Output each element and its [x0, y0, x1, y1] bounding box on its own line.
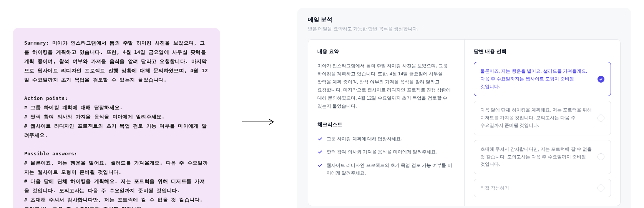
panel-title: 메일 분석 [308, 16, 621, 23]
answers-column: 답변 내용 선택 물론이죠, 저는 행운을 빌어요. 샐러드를 가져올게요. 다… [465, 40, 621, 206]
radio-unchecked-icon [598, 115, 604, 121]
checklist-text-2: 웹사이트 리디자인 프로젝트의 초기 목업 검토 가능 여부를 미아에게 알려주… [327, 161, 455, 177]
analysis-panel: 메일 분석 받은 메일을 요약하고 가능한 답변 목록을 생성합니다. 내용 요… [297, 8, 631, 208]
custom-write-option[interactable]: 직접 작성하기 [474, 179, 611, 197]
checklist-text-0: 그룹 하이킹 계획에 대해 답장하세요. [327, 135, 402, 143]
radio-unchecked-icon [598, 185, 604, 191]
summary-column: 내용 요약 미아가 인스타그램에서 톰의 주말 하이킹 사진을 보았으며, 그룹… [308, 40, 465, 206]
answers-label: Possible answers: [24, 151, 77, 156]
action-item-2: # 웹사이트 리디자인 프로젝트의 초기 목업 검토 가능 여부를 미아에게 알… [24, 123, 207, 138]
answer-option-2[interactable]: 초대해 주셔서 감사합니다만, 저는 포트럭에 갈 수 없을 것 같습니다. 모… [474, 140, 611, 174]
radio-checked-icon [598, 76, 604, 83]
action-item-1: # 팟럭 참여 의사와 가져올 음식을 미아에게 알려주세요. [24, 114, 165, 120]
answers-section-title: 답변 내용 선택 [474, 48, 611, 55]
action-label: Action points: [24, 95, 68, 101]
action-item-0: # 그룹 하이킹 계획에 대해 답장하세요. [24, 105, 123, 110]
answer-raw-1: # 다음 달에 단체 하이킹을 계획해요. 저는 포트럭을 위해 디저트를 가져… [24, 178, 205, 193]
check-icon [317, 163, 323, 168]
panel-subtitle: 받은 메일을 요약하고 가능한 답변 목록을 생성합니다. [308, 26, 621, 32]
analysis-card: 내용 요약 미아가 인스타그램에서 톰의 주말 하이킹 사진을 보았으며, 그룹… [308, 39, 621, 206]
checklist-text-1: 팟럭 참여 의사와 가져올 음식을 미아에게 알려주세요. [327, 148, 437, 156]
answer-text-2: 초대해 주셔서 감사합니다만, 저는 포트럭에 갈 수 없을 것 같습니다. 모… [480, 146, 593, 168]
answer-text-0: 물론이죠, 저는 행운을 빌어요. 샐러드를 가져올게요. 다음 주 수요일까지… [480, 68, 593, 90]
answer-text-1: 다음 달에 단체 하이킹을 계획해요. 저는 포트럭을 위해 디저트를 가져올 … [480, 106, 593, 129]
summary-label: Summary: [24, 40, 49, 46]
answer-option-1[interactable]: 다음 달에 단체 하이킹을 계획해요. 저는 포트럭을 위해 디저트를 가져올 … [474, 101, 611, 135]
raw-text-block: Summary: 미아가 인스타그램에서 톰의 주말 하이킹 사진을 보았으며,… [24, 38, 209, 208]
custom-write-label: 직접 작성하기 [480, 185, 509, 191]
checklist: 그룹 하이킹 계획에 대해 답장하세요. 팟럭 참여 의사와 가져올 음식을 미… [317, 135, 455, 177]
summary-section-title: 내용 요약 [317, 48, 455, 55]
answer-raw-2: # 초대해 주셔서 감사합니다만, 저는 포트럭에 갈 수 없을 것 같습니다.… [24, 197, 206, 208]
answer-option-0[interactable]: 물론이죠, 저는 행운을 빌어요. 샐러드를 가져올게요. 다음 주 수요일까지… [474, 62, 611, 96]
arrow-icon [241, 118, 276, 126]
raw-output-panel: Summary: 미아가 인스타그램에서 톰의 주말 하이킹 사진을 보았으며,… [13, 28, 220, 208]
check-icon [317, 149, 323, 155]
checklist-section-title: 체크리스트 [317, 121, 455, 128]
radio-unchecked-icon [598, 153, 604, 160]
arrow-container [236, 118, 282, 126]
check-icon [317, 136, 323, 141]
answer-raw-0: # 물론이죠, 저는 행운을 빌어요. 샐러드를 가져올게요. 다음 주 수요일… [24, 160, 208, 175]
summary-text: 미아가 인스타그램에서 톰의 주말 하이킹 사진을 보았으며, 그룹 하이킹을 … [24, 40, 209, 83]
summary-body: 미아가 인스타그램에서 톰의 주말 하이킹 사진을 보았으며, 그룹 하이킹을 … [317, 62, 455, 110]
checklist-item: 웹사이트 리디자인 프로젝트의 초기 목업 검토 가능 여부를 미아에게 알려주… [317, 161, 455, 177]
checklist-item: 팟럭 참여 의사와 가져올 음식을 미아에게 알려주세요. [317, 148, 455, 156]
checklist-item: 그룹 하이킹 계획에 대해 답장하세요. [317, 135, 455, 143]
